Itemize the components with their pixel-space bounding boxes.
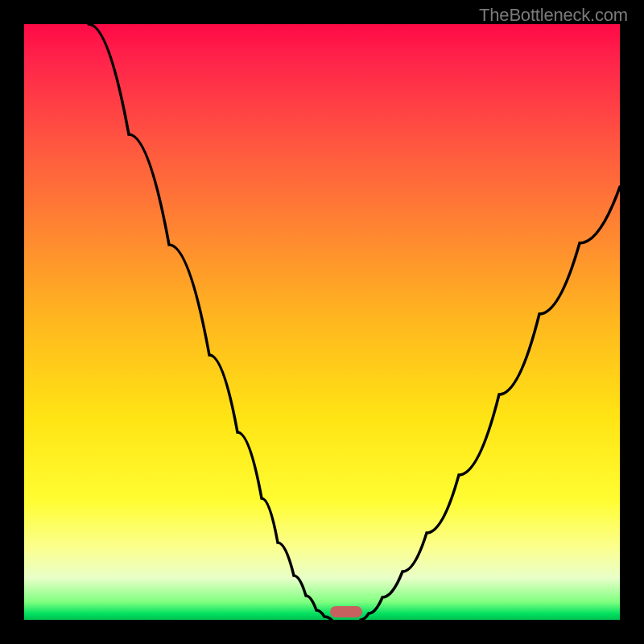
- chart-curves: [24, 24, 620, 620]
- bottleneck-marker: [330, 606, 362, 617]
- right-curve-path: [361, 187, 620, 620]
- chart-frame: [24, 24, 620, 620]
- left-curve-path: [89, 24, 332, 620]
- watermark-text: TheBottleneck.com: [479, 5, 628, 26]
